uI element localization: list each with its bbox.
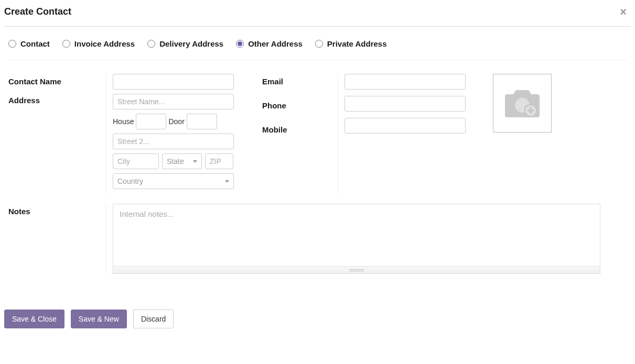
country-select[interactable]: Country <box>113 173 234 189</box>
radio-invoice-address[interactable]: Invoice Address <box>62 39 135 48</box>
label-door: Door <box>168 117 184 126</box>
resize-handle[interactable] <box>113 266 600 273</box>
label-house: House <box>113 117 134 126</box>
phone-input[interactable] <box>345 96 466 112</box>
email-input[interactable] <box>345 74 466 90</box>
divider <box>4 26 631 27</box>
street-input[interactable] <box>113 94 234 109</box>
label-phone: Phone <box>262 98 338 117</box>
image-upload[interactable] <box>493 74 552 133</box>
radio-invoice-label[interactable]: Invoice Address <box>74 39 135 48</box>
save-close-button[interactable]: Save & Close <box>4 310 64 328</box>
street2-input[interactable] <box>113 134 234 149</box>
door-input[interactable] <box>187 114 217 129</box>
contact-type-radio-group: Contact Invoice Address Delivery Address… <box>8 39 627 60</box>
radio-delivery-address[interactable]: Delivery Address <box>147 39 223 48</box>
label-mobile: Mobile <box>262 122 338 141</box>
house-input[interactable] <box>136 114 166 129</box>
chevron-down-icon <box>225 180 229 183</box>
country-placeholder: Country <box>117 177 143 185</box>
radio-delivery-label[interactable]: Delivery Address <box>159 39 223 48</box>
contact-name-input[interactable] <box>113 74 234 90</box>
radio-contact-label[interactable]: Contact <box>20 39 50 48</box>
radio-other-address[interactable]: Other Address <box>236 39 303 48</box>
grip-icon <box>349 269 364 271</box>
radio-contact-input[interactable] <box>8 40 16 48</box>
discard-button[interactable]: Discard <box>133 310 174 328</box>
radio-contact[interactable]: Contact <box>8 39 50 48</box>
camera-add-icon <box>502 87 543 119</box>
radio-delivery-input[interactable] <box>147 40 155 48</box>
label-address: Address <box>8 93 106 185</box>
radio-private-label[interactable]: Private Address <box>327 39 387 48</box>
label-contact-name: Contact Name <box>8 74 106 93</box>
radio-private-input[interactable] <box>315 40 323 48</box>
zip-input[interactable] <box>205 153 233 169</box>
close-button[interactable]: × <box>616 6 631 18</box>
state-select[interactable]: State <box>162 153 202 169</box>
modal-title: Create Contact <box>4 6 71 17</box>
radio-invoice-input[interactable] <box>62 40 70 48</box>
label-notes: Notes <box>8 204 106 216</box>
mobile-input[interactable] <box>345 118 466 134</box>
chevron-down-icon <box>193 160 197 163</box>
radio-private-address[interactable]: Private Address <box>315 39 387 48</box>
radio-other-input[interactable] <box>236 40 244 48</box>
label-email: Email <box>262 74 338 93</box>
svg-rect-4 <box>528 109 534 112</box>
radio-other-label[interactable]: Other Address <box>248 39 303 48</box>
city-input[interactable] <box>113 153 159 169</box>
save-new-button[interactable]: Save & New <box>71 310 127 328</box>
notes-input[interactable] <box>113 204 600 266</box>
state-placeholder: State <box>167 157 184 166</box>
